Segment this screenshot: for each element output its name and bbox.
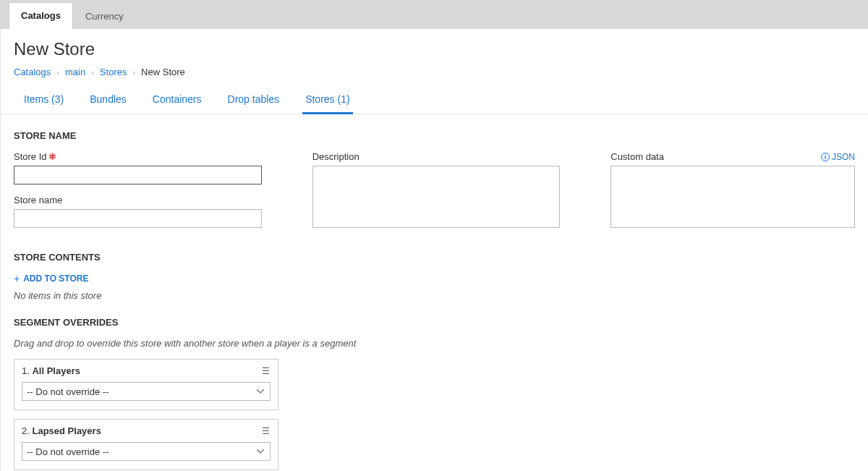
label-description: Description <box>312 151 561 162</box>
tab-currency[interactable]: Currency <box>73 3 136 29</box>
chevron-right-icon: › <box>56 68 59 77</box>
sub-tab-stores[interactable]: Stores (1) <box>302 86 352 114</box>
info-icon: i <box>821 153 830 161</box>
segment-override-select[interactable]: -- Do not override -- <box>22 382 271 401</box>
store-id-input[interactable] <box>14 166 262 184</box>
breadcrumb-catalogs[interactable]: Catalogs <box>14 67 51 77</box>
description-textarea[interactable] <box>312 166 561 228</box>
breadcrumb-main[interactable]: main <box>65 67 85 77</box>
sub-tab-bundles[interactable]: Bundles <box>87 86 129 114</box>
section-store-contents: STORE CONTENTS <box>14 252 855 263</box>
label-store-id: Store Id✱ <box>14 151 262 162</box>
segment-override-select[interactable]: -- Do not override -- <box>22 442 271 461</box>
drag-handle-icon[interactable]: ☰ <box>262 428 271 434</box>
store-name-input[interactable] <box>14 209 262 228</box>
required-asterisk-icon: ✱ <box>48 151 56 162</box>
section-store-name: STORE NAME <box>14 130 855 141</box>
tab-catalogs[interactable]: Catalogs <box>9 2 73 29</box>
json-link[interactable]: i JSON <box>821 152 855 162</box>
sub-tab-drop-tables[interactable]: Drop tables <box>225 86 283 114</box>
plus-icon: + <box>14 273 20 284</box>
segment-title: 1. All Players <box>22 365 80 376</box>
chevron-right-icon: › <box>132 68 135 77</box>
sub-tab-bar: Items (3) Bundles Containers Drop tables… <box>1 86 868 114</box>
page-container: New Store Catalogs › main › Stores › New… <box>0 29 868 471</box>
section-segment-overrides: SEGMENT OVERRIDES <box>14 317 855 328</box>
top-tab-bar: Catalogs Currency <box>0 0 868 29</box>
segment-card[interactable]: 1. All Players☰-- Do not override -- <box>14 359 278 410</box>
custom-data-textarea[interactable] <box>610 166 855 228</box>
chevron-right-icon: › <box>91 68 94 77</box>
sub-tab-containers[interactable]: Containers <box>150 86 205 114</box>
page-title: New Store <box>14 39 855 59</box>
label-custom-data: Custom data <box>610 151 664 162</box>
sub-tab-items[interactable]: Items (3) <box>21 86 67 114</box>
segment-hint: Drag and drop to override this store wit… <box>14 338 855 349</box>
segment-header: 1. All Players☰ <box>22 365 271 376</box>
label-store-name: Store name <box>14 195 262 205</box>
breadcrumb: Catalogs › main › Stores › New Store <box>14 67 855 77</box>
breadcrumb-stores[interactable]: Stores <box>100 67 127 77</box>
no-items-note: No items in this store <box>14 290 855 301</box>
drag-handle-icon[interactable]: ☰ <box>262 368 271 374</box>
segment-header: 2. Lapsed Players☰ <box>22 425 271 436</box>
add-to-store-button[interactable]: + ADD TO STORE <box>14 273 88 284</box>
segment-title: 2. Lapsed Players <box>22 425 101 436</box>
segment-card[interactable]: 2. Lapsed Players☰-- Do not override -- <box>14 419 278 470</box>
breadcrumb-current: New Store <box>141 67 185 77</box>
